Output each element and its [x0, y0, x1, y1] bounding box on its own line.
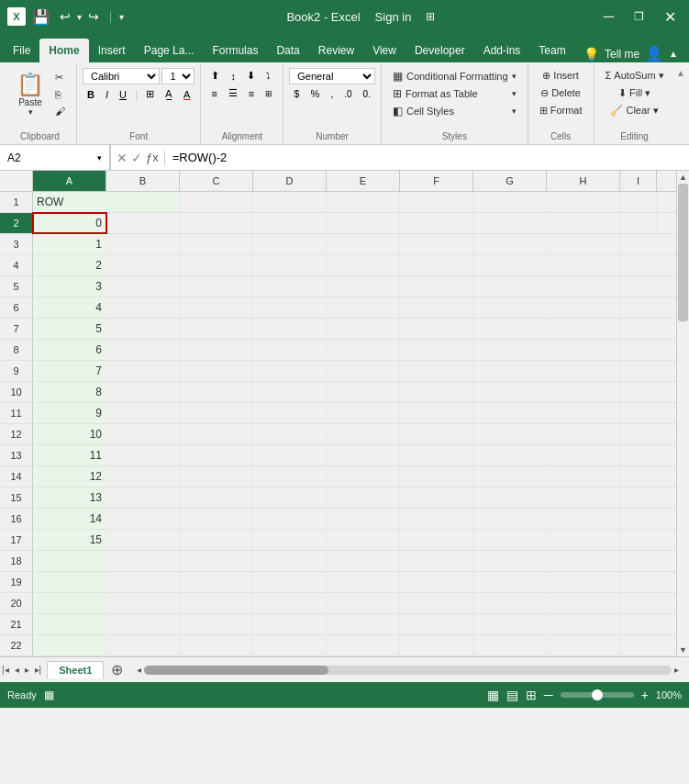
col-header-h[interactable]: H — [547, 171, 620, 191]
name-box[interactable]: A2 ▾ — [0, 145, 110, 170]
align-center-button[interactable]: ☰ — [224, 85, 242, 101]
fat-dropdown[interactable]: ▾ — [512, 89, 517, 98]
cancel-formula-button[interactable]: ✕ — [117, 151, 128, 165]
font-color-button[interactable]: A — [179, 87, 194, 102]
cell-a3[interactable]: 1 — [33, 234, 106, 254]
cell-i1[interactable] — [620, 192, 657, 212]
hscroll-thumb[interactable] — [144, 666, 328, 675]
cell-i2[interactable] — [620, 213, 657, 233]
quick-redo[interactable]: ↪ — [85, 9, 102, 24]
col-header-i[interactable]: I — [620, 171, 657, 191]
first-sheet-button[interactable]: |◂ — [0, 663, 11, 677]
zoom-in-button[interactable]: + — [641, 688, 649, 702]
underline-button[interactable]: U — [115, 87, 131, 102]
italic-button[interactable]: I — [101, 87, 113, 102]
align-middle-button[interactable]: ↕ — [226, 69, 240, 84]
normal-view-button[interactable]: ▦ — [487, 688, 499, 702]
tab-home[interactable]: Home — [39, 39, 88, 62]
tab-data[interactable]: Data — [267, 39, 308, 62]
sheet-tab-sheet1[interactable]: Sheet1 — [47, 661, 104, 678]
ribbon-collapse[interactable]: ▲ — [669, 49, 678, 59]
decrease-decimal-button[interactable]: 0. — [359, 87, 375, 101]
cell-f1[interactable] — [400, 192, 473, 212]
next-sheet-button[interactable]: ▸ — [23, 663, 31, 677]
cell-c1[interactable] — [180, 192, 253, 212]
font-name-select[interactable]: Calibri — [83, 68, 160, 84]
cell-b2[interactable] — [106, 213, 180, 233]
zoom-level[interactable]: 100% — [656, 689, 682, 700]
minimize-button[interactable]: ─ — [598, 8, 619, 25]
merge-button[interactable]: ⊞ — [261, 87, 277, 100]
zoom-thumb[interactable] — [592, 689, 603, 700]
scroll-track-v[interactable] — [677, 184, 689, 644]
cell-e2[interactable] — [327, 213, 400, 233]
hscroll-track[interactable] — [144, 666, 672, 675]
cell-g1[interactable] — [473, 192, 547, 212]
tab-developer[interactable]: Developer — [406, 39, 474, 62]
tab-review[interactable]: Review — [309, 39, 363, 62]
cell-f2[interactable] — [400, 213, 473, 233]
cell-a2[interactable]: 0 — [33, 213, 106, 233]
increase-decimal-button[interactable]: .0 — [339, 87, 356, 101]
name-box-dropdown[interactable]: ▾ — [97, 153, 102, 162]
comma-button[interactable]: , — [326, 86, 338, 101]
formula-input[interactable] — [165, 145, 689, 170]
row-num-3[interactable]: 3 — [0, 234, 33, 254]
cut-button[interactable]: ✂ — [51, 70, 69, 85]
fill-color-button[interactable]: A̲ — [161, 86, 177, 102]
cell-g2[interactable] — [473, 213, 547, 233]
h-scrollbar[interactable]: ◂ ▸ — [127, 665, 689, 675]
clear-button[interactable]: 🧹 Clear ▾ — [606, 103, 661, 118]
bold-button[interactable]: B — [83, 87, 99, 102]
undo-dropdown[interactable]: ▾ — [77, 12, 82, 22]
prev-sheet-button[interactable]: ◂ — [13, 663, 21, 677]
insert-function-button[interactable]: ƒx — [146, 151, 159, 164]
align-bottom-button[interactable]: ⬇ — [242, 68, 260, 84]
col-header-e[interactable]: E — [327, 171, 400, 191]
page-layout-button[interactable]: ▤ — [506, 688, 518, 702]
insert-cells-button[interactable]: ⊕ Insert — [539, 68, 583, 84]
col-header-d[interactable]: D — [253, 171, 327, 191]
align-right-button[interactable]: ≡ — [244, 86, 259, 101]
wrap-text-button[interactable]: ⤵ — [261, 70, 275, 83]
tab-team[interactable]: Team — [529, 39, 574, 62]
number-format-select[interactable]: General — [289, 68, 375, 84]
qa-dropdown[interactable]: ▾ — [119, 12, 124, 22]
tell-me-input[interactable]: Tell me — [605, 48, 639, 61]
cell-b3[interactable] — [106, 234, 180, 254]
format-cells-button[interactable]: ⊞ Format — [536, 103, 586, 118]
percent-button[interactable]: % — [306, 86, 324, 101]
scroll-up-button[interactable]: ▲ — [677, 171, 689, 184]
cs-dropdown[interactable]: ▾ — [512, 106, 517, 116]
user-icon[interactable]: 👤 — [645, 45, 663, 62]
col-header-a[interactable]: A — [33, 171, 106, 191]
hscroll-left[interactable]: ◂ — [134, 665, 144, 675]
vertical-scrollbar[interactable]: ▲ ▼ — [676, 171, 689, 656]
conditional-formatting-button[interactable]: ▦ Conditional Formatting ▾ — [387, 68, 522, 84]
grid-body[interactable]: 1 ROW 2 0 — [0, 192, 676, 656]
autosum-button[interactable]: Σ AutoSum ▾ — [602, 68, 668, 84]
row-num-2[interactable]: 2 — [0, 213, 33, 233]
tab-insert[interactable]: Insert — [89, 39, 135, 62]
cell-h1[interactable] — [547, 192, 620, 212]
confirm-formula-button[interactable]: ✓ — [131, 151, 142, 165]
tab-page-layout[interactable]: Page La... — [135, 39, 204, 62]
tab-view[interactable]: View — [363, 39, 406, 62]
paste-dropdown[interactable]: ▾ — [28, 107, 33, 117]
add-sheet-button[interactable]: ⊕ — [107, 661, 127, 678]
cf-dropdown[interactable]: ▾ — [512, 72, 517, 81]
hscroll-right[interactable]: ▸ — [672, 665, 682, 675]
tab-add-ins[interactable]: Add-ins — [474, 39, 530, 62]
quick-save[interactable]: 💾 — [29, 8, 53, 26]
format-painter-button[interactable]: 🖌 — [51, 104, 69, 118]
close-button[interactable]: ✕ — [659, 8, 682, 26]
cell-styles-button[interactable]: ◧ Cell Styles ▾ — [387, 103, 522, 119]
cell-b1[interactable] — [106, 192, 180, 212]
copy-button[interactable]: ⎘ — [51, 87, 69, 102]
cell-e1[interactable] — [327, 192, 400, 212]
cell-h2[interactable] — [547, 213, 620, 233]
cell-c2[interactable] — [180, 213, 253, 233]
zoom-out-button[interactable]: ─ — [544, 688, 553, 702]
cell-d2[interactable] — [253, 213, 327, 233]
col-header-g[interactable]: G — [473, 171, 547, 191]
